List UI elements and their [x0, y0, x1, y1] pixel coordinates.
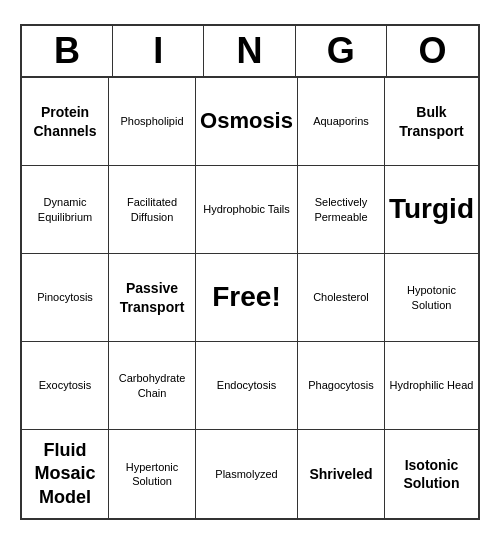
bingo-header: BINGO [22, 26, 478, 78]
cell-text-10: Pinocytosis [37, 290, 93, 304]
bingo-cell-14: Hypotonic Solution [385, 254, 478, 342]
cell-text-7: Hydrophobic Tails [203, 202, 290, 216]
bingo-cell-6: Facilitated Diffusion [109, 166, 196, 254]
cell-text-6: Facilitated Diffusion [113, 195, 191, 224]
cell-text-21: Hypertonic Solution [113, 460, 191, 489]
bingo-letter-B: B [22, 26, 113, 76]
cell-text-0: Protein Channels [26, 103, 104, 139]
bingo-cell-17: Endocytosis [196, 342, 298, 430]
bingo-cell-4: Bulk Transport [385, 78, 478, 166]
cell-text-4: Bulk Transport [389, 103, 474, 139]
bingo-letter-I: I [113, 26, 204, 76]
bingo-letter-N: N [204, 26, 295, 76]
bingo-cell-22: Plasmolyzed [196, 430, 298, 518]
cell-text-13: Cholesterol [313, 290, 369, 304]
cell-text-19: Hydrophilic Head [390, 378, 474, 392]
bingo-cell-19: Hydrophilic Head [385, 342, 478, 430]
bingo-card: BINGO Protein ChannelsPhospholipidOsmosi… [20, 24, 480, 520]
bingo-cell-7: Hydrophobic Tails [196, 166, 298, 254]
cell-text-16: Carbohydrate Chain [113, 371, 191, 400]
bingo-cell-3: Aquaporins [298, 78, 385, 166]
cell-text-8: Selectively Permeable [302, 195, 380, 224]
bingo-letter-O: O [387, 26, 478, 76]
bingo-cell-13: Cholesterol [298, 254, 385, 342]
bingo-cell-24: Isotonic Solution [385, 430, 478, 518]
bingo-grid: Protein ChannelsPhospholipidOsmosisAquap… [22, 78, 478, 518]
cell-text-22: Plasmolyzed [215, 467, 277, 481]
cell-text-24: Isotonic Solution [389, 456, 474, 492]
bingo-cell-21: Hypertonic Solution [109, 430, 196, 518]
cell-text-11: Passive Transport [113, 279, 191, 315]
bingo-cell-8: Selectively Permeable [298, 166, 385, 254]
cell-text-14: Hypotonic Solution [389, 283, 474, 312]
bingo-cell-23: Shriveled [298, 430, 385, 518]
cell-text-17: Endocytosis [217, 378, 276, 392]
cell-text-2: Osmosis [200, 107, 293, 136]
bingo-cell-15: Exocytosis [22, 342, 109, 430]
cell-text-18: Phagocytosis [308, 378, 373, 392]
bingo-cell-20: Fluid Mosaic Model [22, 430, 109, 518]
cell-text-23: Shriveled [309, 465, 372, 483]
cell-text-3: Aquaporins [313, 114, 369, 128]
bingo-cell-11: Passive Transport [109, 254, 196, 342]
bingo-cell-9: Turgid [385, 166, 478, 254]
bingo-cell-2: Osmosis [196, 78, 298, 166]
cell-text-1: Phospholipid [121, 114, 184, 128]
cell-text-15: Exocytosis [39, 378, 92, 392]
bingo-letter-G: G [296, 26, 387, 76]
cell-text-20: Fluid Mosaic Model [26, 439, 104, 509]
bingo-cell-12: Free! [196, 254, 298, 342]
bingo-cell-0: Protein Channels [22, 78, 109, 166]
bingo-cell-18: Phagocytosis [298, 342, 385, 430]
bingo-cell-10: Pinocytosis [22, 254, 109, 342]
cell-text-12: Free! [212, 279, 280, 315]
bingo-cell-5: Dynamic Equilibrium [22, 166, 109, 254]
bingo-cell-16: Carbohydrate Chain [109, 342, 196, 430]
bingo-cell-1: Phospholipid [109, 78, 196, 166]
cell-text-5: Dynamic Equilibrium [26, 195, 104, 224]
cell-text-9: Turgid [389, 191, 474, 227]
